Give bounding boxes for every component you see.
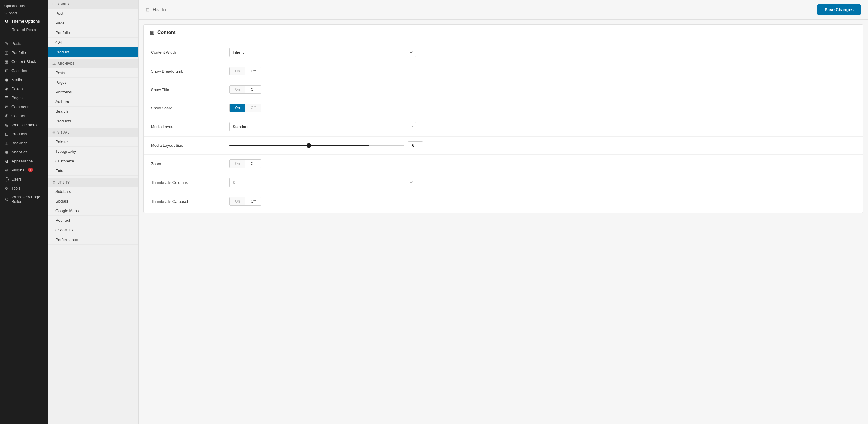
zoom-control: On Off bbox=[229, 159, 856, 168]
sidebar: Options Utils Support ⚙ Theme Options Re… bbox=[0, 0, 48, 424]
save-changes-button[interactable]: Save Changes bbox=[817, 4, 861, 15]
show-title-row: Show Title On Off bbox=[144, 81, 863, 99]
sidebar-item-label: WPBakery Page Builder bbox=[11, 195, 44, 204]
sidebar-item-support[interactable]: Support bbox=[0, 10, 48, 17]
zoom-off-btn[interactable]: Off bbox=[245, 160, 261, 168]
sidebar-item-dokan[interactable]: ◈ Dokan bbox=[0, 84, 48, 93]
middle-item-products-archive[interactable]: Products bbox=[48, 116, 138, 126]
middle-item-palette[interactable]: Palette bbox=[48, 137, 138, 147]
sidebar-item-products[interactable]: ◻ Products bbox=[0, 129, 48, 138]
sidebar-item-plugins[interactable]: ⊕ Plugins 1 bbox=[0, 165, 48, 175]
middle-item-posts-archive[interactable]: Posts bbox=[48, 68, 138, 78]
show-title-label: Show Title bbox=[151, 87, 229, 92]
thumbnails-carousel-on-btn[interactable]: On bbox=[230, 198, 245, 205]
portfolio-icon: ◫ bbox=[4, 50, 9, 55]
middle-item-authors[interactable]: Authors bbox=[48, 97, 138, 107]
zoom-toggle: On Off bbox=[229, 159, 261, 168]
slider-row bbox=[229, 141, 856, 149]
sidebar-item-wpbakery[interactable]: ⬡ WPBakery Page Builder bbox=[0, 192, 48, 206]
middle-item-performance[interactable]: Performance bbox=[48, 235, 138, 245]
thumbnails-columns-select[interactable]: 1 2 3 4 5 bbox=[229, 178, 416, 187]
content-width-row: Content Width Inherit Full Width Boxed bbox=[144, 43, 863, 62]
sidebar-item-label: Bookings bbox=[11, 141, 27, 145]
sidebar-item-label: Dokan bbox=[11, 87, 23, 91]
sidebar-item-theme-options[interactable]: ⚙ Theme Options bbox=[0, 17, 48, 25]
media-layout-row: Media Layout Standard Grid Slider bbox=[144, 117, 863, 137]
content-card-header: ▣ Content bbox=[144, 25, 863, 40]
sidebar-item-portfolio[interactable]: ◫ Portfolio bbox=[0, 48, 48, 57]
media-layout-size-value[interactable] bbox=[408, 141, 423, 149]
single-section-icon: ☐ bbox=[53, 2, 56, 6]
thumbnails-carousel-off-btn[interactable]: Off bbox=[245, 198, 261, 205]
main-content: ⊞ Header Save Changes ▣ Content Content … bbox=[138, 0, 868, 424]
sidebar-item-bookings[interactable]: ◫ Bookings bbox=[0, 138, 48, 147]
sidebar-item-label: Products bbox=[11, 132, 27, 136]
middle-item-search[interactable]: Search bbox=[48, 107, 138, 116]
content-width-select[interactable]: Inherit Full Width Boxed bbox=[229, 48, 416, 57]
appearance-icon: ◕ bbox=[4, 158, 9, 163]
media-layout-control: Standard Grid Slider bbox=[229, 122, 856, 131]
sidebar-item-posts[interactable]: ✎ Posts bbox=[0, 39, 48, 48]
show-title-on-btn[interactable]: On bbox=[230, 86, 245, 93]
middle-item-css-js[interactable]: CSS & JS bbox=[48, 225, 138, 235]
show-share-toggle: On Off bbox=[229, 104, 261, 112]
products-icon: ◻ bbox=[4, 131, 9, 136]
dokan-icon: ◈ bbox=[4, 86, 9, 91]
sidebar-item-tools[interactable]: ✤ Tools bbox=[0, 184, 48, 192]
middle-item-page[interactable]: Page bbox=[48, 19, 138, 28]
visual-section-icon: ◎ bbox=[53, 131, 56, 135]
content-section-icon: ▣ bbox=[150, 30, 154, 35]
thumbnails-carousel-label: Thumbnails Carousel bbox=[151, 199, 229, 204]
sidebar-item-woocommerce[interactable]: ◎ WooCommerce bbox=[0, 120, 48, 129]
middle-item-typography[interactable]: Typography bbox=[48, 147, 138, 156]
middle-item-redirect[interactable]: Redirect bbox=[48, 216, 138, 225]
sidebar-item-media[interactable]: ◉ Media bbox=[0, 75, 48, 84]
related-posts-icon bbox=[4, 27, 9, 32]
sidebar-item-galleries[interactable]: ⊞ Galleries bbox=[0, 66, 48, 75]
middle-item-404[interactable]: 404 bbox=[48, 38, 138, 47]
sidebar-item-label: Related Posts bbox=[11, 27, 36, 32]
middle-item-portfolios-archive[interactable]: Portfolios bbox=[48, 87, 138, 97]
media-icon: ◉ bbox=[4, 77, 9, 82]
sidebar-item-label: Analytics bbox=[11, 150, 27, 154]
sidebar-item-label: Galleries bbox=[11, 68, 27, 73]
show-share-on-btn[interactable]: On bbox=[230, 104, 245, 112]
sidebar-item-comments[interactable]: ✉ Comments bbox=[0, 102, 48, 111]
show-share-row: Show Share On Off bbox=[144, 99, 863, 117]
archives-section-label: ARCHIVES bbox=[58, 62, 75, 65]
utility-section-label: UTILITY bbox=[58, 181, 70, 184]
middle-item-extra[interactable]: Extra bbox=[48, 166, 138, 176]
sidebar-item-label: Users bbox=[11, 177, 22, 181]
sidebar-item-options-utils[interactable]: Options Utils bbox=[0, 2, 48, 10]
thumbnails-carousel-control: On Off bbox=[229, 197, 856, 206]
show-title-off-btn[interactable]: Off bbox=[245, 86, 261, 93]
show-breadcrumb-label: Show Breadcrumb bbox=[151, 69, 229, 73]
sidebar-item-content-block[interactable]: ▦ Content Block bbox=[0, 57, 48, 66]
sidebar-item-label: Content Block bbox=[11, 59, 36, 64]
show-share-off-btn[interactable]: Off bbox=[245, 104, 261, 112]
media-layout-select[interactable]: Standard Grid Slider bbox=[229, 122, 416, 131]
thumbnails-carousel-toggle: On Off bbox=[229, 197, 261, 206]
middle-panel: ☐ SINGLE Post Page Portfolio 404 Product… bbox=[48, 0, 138, 424]
middle-item-customize[interactable]: Customize bbox=[48, 156, 138, 166]
middle-item-google-maps[interactable]: Google Maps bbox=[48, 206, 138, 216]
zoom-on-btn[interactable]: On bbox=[230, 160, 245, 168]
sidebar-item-contact[interactable]: ✆ Contact bbox=[0, 111, 48, 120]
middle-item-post[interactable]: Post bbox=[48, 9, 138, 19]
zoom-row: Zoom On Off bbox=[144, 155, 863, 173]
sidebar-item-appearance[interactable]: ◕ Appearance bbox=[0, 156, 48, 165]
sidebar-item-label: Pages bbox=[11, 95, 23, 100]
middle-item-socials[interactable]: Socials bbox=[48, 196, 138, 206]
media-layout-size-slider[interactable] bbox=[229, 145, 404, 146]
sidebar-item-related-posts[interactable]: Related Posts bbox=[0, 25, 48, 34]
show-breadcrumb-off-btn[interactable]: Off bbox=[245, 67, 261, 75]
middle-item-pages-archive[interactable]: Pages bbox=[48, 78, 138, 87]
middle-item-product[interactable]: Product bbox=[48, 47, 138, 57]
show-breadcrumb-on-btn[interactable]: On bbox=[230, 67, 245, 75]
sidebar-item-pages[interactable]: ☰ Pages bbox=[0, 93, 48, 102]
sidebar-item-users[interactable]: ◯ Users bbox=[0, 175, 48, 184]
sidebar-item-analytics[interactable]: ▦ Analytics bbox=[0, 147, 48, 156]
middle-item-portfolio[interactable]: Portfolio bbox=[48, 28, 138, 38]
content-block-icon: ▦ bbox=[4, 59, 9, 64]
middle-item-sidebars[interactable]: Sidebars bbox=[48, 187, 138, 196]
